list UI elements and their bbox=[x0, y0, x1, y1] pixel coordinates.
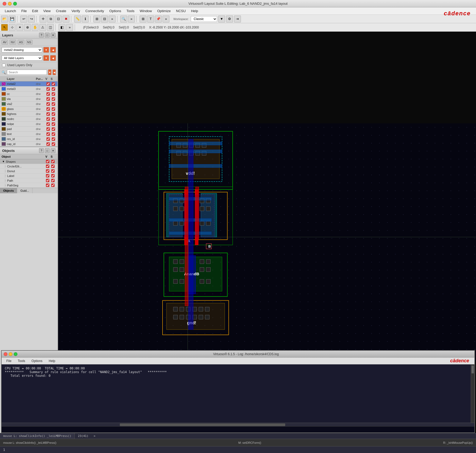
minimize-button[interactable] bbox=[8, 2, 12, 6]
layer-dropdown-arrow[interactable]: ▼ bbox=[43, 47, 49, 53]
menu-window[interactable]: Window bbox=[137, 8, 155, 14]
obj-row-circle[interactable]: ├ Circle/Elli... bbox=[0, 164, 58, 169]
tb2-layer[interactable]: ◧ bbox=[59, 24, 65, 31]
tb2-more[interactable]: » bbox=[66, 24, 73, 31]
menu-options[interactable]: Options bbox=[107, 8, 124, 14]
layer-v-highres[interactable] bbox=[45, 112, 51, 116]
tb-open[interactable]: 📂 bbox=[1, 16, 8, 22]
tb2-pan[interactable]: ✋ bbox=[32, 24, 39, 31]
layer-row-via[interactable]: via drw bbox=[0, 97, 58, 102]
tb-mirror[interactable]: ⊡ bbox=[55, 16, 62, 22]
obj-v-shapes[interactable] bbox=[45, 160, 50, 163]
layer-s-text[interactable] bbox=[51, 132, 56, 136]
tb2-snap[interactable]: ⊕ bbox=[24, 24, 31, 31]
tab-objects[interactable]: Objects bbox=[0, 188, 17, 193]
obj-s-path[interactable] bbox=[50, 179, 55, 182]
tb2-select3[interactable]: ✦ bbox=[16, 24, 23, 31]
objects-detach-btn[interactable]: □ bbox=[45, 148, 50, 153]
menu-ncsu[interactable]: NCSU bbox=[173, 8, 188, 14]
layer-s-via2[interactable] bbox=[51, 102, 56, 106]
shapes-expand-icon[interactable]: ▼ bbox=[2, 160, 5, 163]
layer-s-resid[interactable] bbox=[51, 137, 56, 141]
tb-redo[interactable]: ↪ bbox=[28, 16, 35, 22]
layer-nav-as[interactable]: AS bbox=[18, 40, 24, 45]
layer-search-dropdown[interactable]: ▼ bbox=[48, 69, 51, 75]
layer-v-glass[interactable] bbox=[45, 107, 51, 111]
layer-filter-arrow[interactable]: ◀ bbox=[50, 47, 56, 53]
tb2-select2[interactable]: ⊹ bbox=[9, 24, 16, 31]
log-menu-tools[interactable]: Tools bbox=[15, 358, 28, 364]
layer-row-metal2[interactable]: metal2 drw bbox=[0, 81, 58, 86]
workspace-export[interactable]: ⇥ bbox=[234, 16, 241, 22]
layer-row-text[interactable]: text drw bbox=[0, 132, 58, 137]
obj-s-label[interactable] bbox=[50, 174, 55, 177]
layer-row-highres[interactable]: highres drw bbox=[0, 112, 58, 117]
tb2-select[interactable]: ↖ bbox=[1, 24, 8, 31]
layer-row-pad[interactable]: pad drw bbox=[0, 127, 58, 132]
tb-copy[interactable]: ⧉ bbox=[47, 16, 54, 22]
log-close-btn[interactable] bbox=[4, 352, 7, 356]
log-menu-help[interactable]: Help bbox=[46, 358, 58, 364]
layer-search-input[interactable] bbox=[7, 70, 47, 75]
layer-row-capid[interactable]: cap_id drw bbox=[0, 142, 58, 147]
obj-v-path[interactable] bbox=[45, 179, 50, 182]
tb-route[interactable]: ⊟ bbox=[101, 16, 108, 22]
layer-v-pad[interactable] bbox=[45, 127, 51, 131]
tb-more3[interactable]: » bbox=[163, 16, 169, 22]
layer-row-metal3[interactable]: metal3 drw bbox=[0, 86, 58, 91]
menu-help[interactable]: Help bbox=[188, 8, 201, 14]
menu-view[interactable]: View bbox=[41, 8, 53, 14]
workspace-dropdown-btn[interactable]: ▼ bbox=[218, 16, 225, 22]
layer-nav-av[interactable]: AV bbox=[2, 40, 8, 45]
layer-s-highres[interactable] bbox=[51, 112, 56, 116]
layer-v-text[interactable] bbox=[45, 132, 51, 136]
tb-grid[interactable]: ⊞ bbox=[140, 16, 146, 22]
obj-v-label[interactable] bbox=[45, 174, 50, 177]
layer-nav-nv[interactable]: NV bbox=[9, 40, 16, 45]
tb-zoom[interactable]: 🔍 bbox=[120, 16, 127, 22]
layer-filter-select[interactable]: All Valid Layers bbox=[2, 55, 42, 61]
tb-pin[interactable]: 📌 bbox=[155, 16, 162, 22]
log-max-btn[interactable] bbox=[14, 352, 17, 356]
obj-s-pathseg[interactable] bbox=[50, 184, 55, 187]
layer-s-cc[interactable] bbox=[51, 92, 56, 96]
layer-search-back[interactable]: ◀ bbox=[53, 69, 56, 75]
layer-s-metal3[interactable] bbox=[51, 87, 56, 91]
layer-current-select[interactable]: metal2 drawing bbox=[2, 47, 42, 52]
used-layers-checkbox[interactable] bbox=[2, 64, 6, 67]
layer-row-nolpe[interactable]: nolpe drw bbox=[0, 122, 58, 127]
layer-filter-dropdown-arrow[interactable]: ▼ bbox=[43, 55, 49, 61]
layers-close-btn[interactable]: ✕ bbox=[51, 33, 55, 37]
layer-v-nolpe[interactable] bbox=[45, 122, 51, 126]
tb-move[interactable]: ✛ bbox=[40, 16, 46, 22]
tb-text[interactable]: T bbox=[147, 16, 154, 22]
layer-v-nodrc[interactable] bbox=[45, 117, 51, 121]
tb2-stretch[interactable]: ◫ bbox=[47, 24, 54, 31]
obj-v-pathseg[interactable] bbox=[45, 184, 50, 187]
tb2-drc[interactable]: ⚠ bbox=[39, 24, 46, 31]
obj-row-path[interactable]: ├ Path bbox=[0, 178, 58, 183]
layer-s-glass[interactable] bbox=[51, 107, 56, 111]
layer-s-nodrc[interactable] bbox=[51, 117, 56, 121]
log-hscrollbar[interactable] bbox=[2, 423, 474, 426]
menu-create[interactable]: Create bbox=[53, 8, 69, 14]
obj-s-shapes[interactable] bbox=[50, 160, 55, 163]
layer-v-via2[interactable] bbox=[45, 102, 51, 106]
log-input[interactable] bbox=[4, 428, 472, 431]
layer-v-metal2[interactable] bbox=[45, 82, 51, 86]
tb-align[interactable]: ⊞ bbox=[93, 16, 100, 22]
obj-row-label[interactable]: ├ Label bbox=[0, 174, 58, 178]
log-menu-file[interactable]: File bbox=[4, 358, 14, 364]
tb-info[interactable]: ℹ bbox=[82, 16, 89, 22]
tb-undo[interactable]: ↩ bbox=[20, 16, 27, 22]
objects-help-btn[interactable]: ? bbox=[39, 148, 44, 153]
layer-filter-back-arrow[interactable]: ◀ bbox=[50, 55, 56, 61]
tb-ruler[interactable]: 📏 bbox=[74, 16, 81, 22]
layer-v-cc[interactable] bbox=[45, 92, 51, 96]
maximize-button[interactable] bbox=[13, 2, 17, 6]
layer-s-via[interactable] bbox=[51, 97, 56, 101]
layer-row-cc[interactable]: cc drw bbox=[0, 91, 58, 97]
obj-row-pathseg[interactable]: ├ PathSeg bbox=[0, 183, 58, 188]
log-menu-options[interactable]: Options bbox=[29, 358, 45, 364]
layer-s-pad[interactable] bbox=[51, 127, 56, 131]
